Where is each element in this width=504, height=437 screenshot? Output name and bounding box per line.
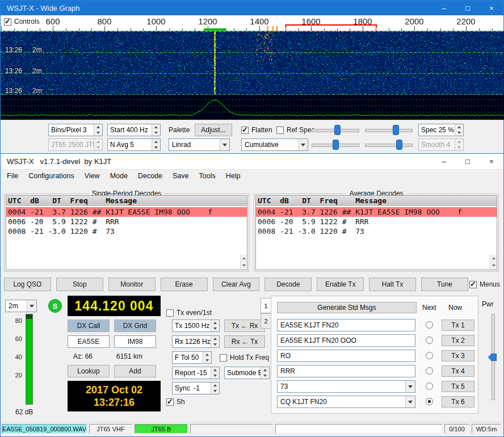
decode-list[interactable]: 0004 -21 3.7 1226 ## K1JT EA5SE IM98 OOO… [6, 206, 247, 270]
menu-file[interactable]: File [2, 170, 23, 182]
menu-help[interactable]: Help [221, 170, 246, 182]
add-button[interactable]: Add [114, 365, 156, 377]
tx6-message-combo[interactable]: CQ K1JT FN20 [277, 396, 415, 408]
rx-from-tx-button[interactable]: Rx ← Tx [224, 335, 265, 348]
close-icon[interactable]: × [480, 154, 503, 169]
spectrum-type-combo[interactable]: Cumulative [241, 138, 308, 151]
decode-row[interactable]: 0004 -21 3.7 1226 ## K1JT EA5SE IM98 OOO… [6, 207, 247, 217]
submode-spinner[interactable]: Submode B [224, 367, 270, 379]
menu-save[interactable]: Save [167, 170, 194, 182]
menu-configurations[interactable]: Configurations [23, 170, 79, 182]
chevron-down-icon[interactable] [220, 139, 229, 150]
report-spinner[interactable]: Report -15 [172, 367, 220, 379]
generate-std-msgs-button[interactable]: Generate Std Msgs [277, 302, 417, 313]
menu-view[interactable]: View [79, 170, 105, 182]
f-tol-spinner[interactable]: F Tol 50 [172, 351, 212, 364]
tx5-message-combo[interactable]: 73 [277, 380, 415, 393]
slider-handle[interactable] [396, 140, 402, 150]
minimize-icon[interactable]: – [432, 1, 456, 15]
controls-checkbox[interactable]: Controls [4, 17, 40, 26]
n-avg-spinner[interactable]: N Avg 5 [107, 138, 161, 151]
wide-graph-titlebar[interactable]: WSJT-X - Wide Graph – □ × [1, 1, 503, 15]
monitor-button[interactable]: Monitor [108, 278, 156, 291]
spinner-arrows-icon[interactable] [152, 139, 160, 150]
decode-row[interactable]: 0008 -21 -3.0 1220 # 73 [6, 226, 247, 236]
scroll-up-icon[interactable] [490, 255, 497, 262]
spinner-arrows-icon[interactable] [211, 367, 219, 379]
start-frequency-spinner[interactable]: Start 400 Hz [107, 124, 161, 136]
bins-pixel-spinner[interactable]: Bins/Pixel 3 [48, 124, 103, 136]
slider-handle[interactable] [333, 140, 339, 150]
decode-row[interactable]: 0008 -21 -3.0 1220 # 73 [256, 226, 497, 236]
hold-tx-freq-checkbox[interactable]: Hold Tx Freq [220, 353, 269, 362]
tx3-message-field[interactable]: RO [277, 350, 415, 362]
scroll-up-icon[interactable] [241, 255, 247, 262]
slider-handle[interactable] [334, 125, 341, 135]
chevron-down-icon[interactable] [298, 139, 308, 150]
pwr-slider-handle[interactable] [488, 354, 497, 361]
rx-freq-spinner[interactable]: Rx 1226 Hz [172, 335, 220, 348]
scroll-down-icon[interactable] [490, 262, 497, 270]
close-icon[interactable]: × [480, 1, 503, 15]
waterfall[interactable]: 13:262m 13:262m 13:262m [1, 31, 503, 120]
tx2-message-field[interactable]: EA5SE K1JT FN20 OOO [277, 334, 415, 347]
spinner-arrows-icon[interactable] [211, 336, 219, 347]
spec-zero-slider[interactable] [365, 138, 413, 151]
ref-spec-checkbox[interactable]: Ref Spec [276, 125, 314, 135]
menu-tools[interactable]: Tools [194, 170, 221, 182]
erase-button[interactable]: Erase [161, 278, 208, 291]
palette-combo[interactable]: Linrad [169, 138, 230, 151]
tx6-now-button[interactable]: Tx 6 [442, 396, 474, 407]
band-combo[interactable]: 2m [5, 300, 37, 312]
chevron-down-icon[interactable] [405, 381, 415, 392]
status-s-indicator[interactable]: S [48, 299, 62, 313]
scrollbar[interactable] [490, 255, 497, 270]
minimize-icon[interactable]: – [432, 154, 456, 169]
tx3-now-button[interactable]: Tx 3 [442, 350, 474, 362]
tx-freq-spinner[interactable]: Tx 1500 Hz [172, 320, 220, 332]
menu-decode[interactable]: Decode [133, 170, 167, 182]
spinner-arrows-icon[interactable] [203, 352, 211, 363]
spec-percent-spinner[interactable]: Spec 25 % [418, 124, 464, 136]
spinner-arrows-icon[interactable] [211, 320, 219, 331]
tune-button[interactable]: Tune [421, 278, 468, 291]
spinner-arrows-icon[interactable] [211, 383, 219, 394]
spinner-arrows-icon[interactable] [152, 124, 160, 136]
tx-from-rx-button[interactable]: Tx ← Rx [224, 320, 265, 332]
maximize-icon[interactable]: □ [456, 154, 480, 169]
flatten-checkbox[interactable]: Flatten [241, 125, 272, 135]
clear-avg-button[interactable]: Clear Avg [213, 278, 260, 291]
scroll-down-icon[interactable] [241, 262, 247, 270]
tx4-message-field[interactable]: RRR [277, 365, 415, 377]
tab-messages-2[interactable]: 2 [261, 313, 271, 329]
tx1-message-field[interactable]: EA5SE K1JT FN20 [277, 319, 415, 331]
maximize-icon[interactable]: □ [456, 1, 480, 15]
tx6-next-radio[interactable] [426, 398, 433, 405]
decode-row[interactable]: 0006 -20 5.9 1222 # RRR [256, 217, 497, 226]
decode-row[interactable]: 0006 -20 5.9 1222 # RRR [6, 217, 247, 226]
tx5-next-radio[interactable] [426, 383, 433, 390]
tx4-now-button[interactable]: Tx 4 [442, 365, 474, 377]
tx-even-checkbox[interactable]: Tx even/1st [166, 308, 212, 317]
tx3-next-radio[interactable] [426, 352, 433, 359]
log-qso-button[interactable]: Log QSO [4, 278, 51, 291]
decode-row[interactable]: 0004 -21 3.7 1226 ## K1JT EA5SE IM98 OOO… [256, 207, 497, 217]
tx2-now-button[interactable]: Tx 2 [442, 335, 474, 346]
dx-call-button[interactable]: DX Call [68, 320, 110, 332]
pwr-slider[interactable] [486, 314, 499, 400]
wf-gain-slider[interactable] [312, 124, 359, 136]
halt-tx-button[interactable]: Halt Tx [369, 278, 416, 291]
spinner-arrows-icon[interactable] [94, 124, 102, 136]
chevron-down-icon[interactable] [405, 396, 415, 407]
tx1-now-button[interactable]: Tx 1 [442, 320, 474, 331]
chevron-down-icon[interactable] [27, 300, 36, 312]
menus-checkbox[interactable]: Menus [469, 280, 500, 289]
menu-mode[interactable]: Mode [105, 170, 133, 182]
enable-tx-button[interactable]: Enable Tx [317, 278, 364, 291]
dx-grid-field[interactable]: IM98 [114, 335, 156, 348]
spec-gain-slider[interactable] [312, 138, 359, 151]
scrollbar[interactable] [240, 255, 247, 270]
dx-grid-button[interactable]: DX Grid [114, 320, 156, 332]
decode-list[interactable]: 0004 -21 3.7 1226 ## K1JT EA5SE IM98 OOO… [255, 206, 497, 270]
tab-messages-1[interactable]: 1 [261, 298, 271, 313]
